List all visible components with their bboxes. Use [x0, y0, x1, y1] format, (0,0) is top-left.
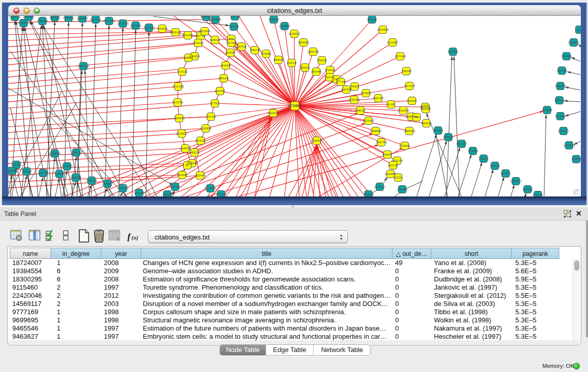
svg-text:11325419: 11325419	[289, 32, 300, 35]
svg-text:9457791: 9457791	[170, 185, 180, 188]
svg-text:16914479: 16914479	[194, 174, 206, 177]
svg-text:15276021: 15276021	[90, 18, 101, 21]
svg-text:8471676: 8471676	[500, 172, 511, 175]
svg-text:10120746: 10120746	[391, 159, 403, 162]
svg-text:252254: 252254	[394, 176, 403, 179]
svg-text:9313400: 9313400	[421, 107, 431, 111]
svg-text:19218506: 19218506	[279, 25, 290, 28]
svg-text:9463627: 9463627	[407, 99, 417, 102]
svg-text:2867608: 2867608	[236, 45, 247, 48]
svg-text:193144: 193144	[8, 169, 16, 172]
svg-text:8990448: 8990448	[311, 70, 321, 73]
svg-text:16671355: 16671355	[130, 24, 141, 27]
svg-text:9827503: 9827503	[195, 34, 206, 37]
svg-text:10688609: 10688609	[370, 129, 381, 133]
svg-text:15716485: 15716485	[205, 187, 216, 190]
svg-text:23226058: 23226058	[199, 30, 210, 33]
svg-text:14136141: 14136141	[374, 185, 385, 188]
svg-text:9242848: 9242848	[221, 64, 231, 67]
svg-text:62160: 62160	[387, 103, 395, 106]
svg-text:8813054: 8813054	[269, 18, 279, 21]
svg-text:7632621: 7632621	[490, 164, 500, 167]
svg-text:10853267: 10853267	[77, 17, 88, 20]
svg-text:17016504: 17016504	[563, 144, 575, 147]
svg-text:989961: 989961	[184, 56, 193, 59]
svg-text:16961758: 16961758	[308, 50, 319, 53]
svg-text:12505135: 12505135	[70, 176, 81, 179]
svg-text:25300275: 25300275	[268, 112, 279, 115]
svg-text:6497568: 6497568	[341, 88, 352, 91]
svg-text:9474444: 9474444	[468, 149, 478, 152]
svg-text:12055712: 12055712	[9, 16, 20, 18]
svg-text:8878332: 8878332	[195, 139, 206, 142]
svg-text:7955812: 7955812	[317, 59, 327, 62]
svg-text:9327508: 9327508	[226, 41, 236, 45]
svg-text:2718126: 2718126	[177, 70, 187, 73]
svg-text:546: 546	[229, 37, 234, 40]
svg-text:7357224: 7357224	[229, 25, 239, 28]
svg-text:6794028: 6794028	[325, 69, 335, 72]
svg-text:9227342: 9227342	[557, 69, 567, 72]
svg-text:10719155: 10719155	[117, 22, 128, 25]
svg-text:1621022: 1621022	[324, 76, 335, 79]
svg-text:20691406: 20691406	[23, 16, 34, 18]
svg-text:19861931: 19861931	[49, 16, 60, 19]
svg-text:16210643: 16210643	[555, 115, 566, 118]
svg-text:7984: 7984	[413, 116, 419, 119]
svg-text:1156829: 1156829	[21, 170, 31, 173]
svg-text:19756928: 19756928	[399, 144, 410, 147]
svg-text:16543382: 16543382	[192, 41, 204, 45]
svg-text:12213389: 12213389	[172, 85, 184, 88]
svg-text:9648784: 9648784	[448, 50, 458, 53]
svg-text:1167533: 1167533	[571, 158, 581, 161]
svg-text:19524851: 19524851	[385, 172, 396, 176]
svg-text:15720407: 15720407	[363, 119, 374, 122]
svg-text:20691406: 20691406	[37, 19, 48, 23]
svg-text:8912954: 8912954	[183, 34, 193, 37]
svg-text:12975115: 12975115	[404, 84, 415, 87]
svg-text:17957255: 17957255	[86, 179, 97, 182]
svg-text:10025438: 10025438	[398, 109, 409, 112]
svg-text:18724007: 18724007	[288, 104, 302, 107]
svg-text:7986322: 7986322	[355, 109, 365, 112]
svg-text:11353594: 11353594	[200, 127, 211, 130]
svg-text:10973493: 10973493	[395, 55, 406, 58]
svg-text:20053346: 20053346	[78, 64, 89, 68]
svg-text:1117: 1117	[577, 28, 581, 31]
svg-text:8267150: 8267150	[206, 115, 216, 118]
svg-text:1588520: 1588520	[273, 58, 284, 61]
svg-text:12213987: 12213987	[387, 41, 398, 44]
svg-text:16107553: 16107553	[172, 101, 183, 104]
svg-text:18640910: 18640910	[298, 41, 309, 44]
svg-text:19654923: 19654923	[404, 129, 415, 133]
svg-text:21061931: 21061931	[63, 16, 74, 19]
svg-text:19654925: 19654925	[173, 117, 185, 120]
svg-text:16046798: 16046798	[180, 147, 191, 150]
svg-text:9777169: 9777169	[336, 80, 346, 83]
svg-text:9245652: 9245652	[522, 188, 533, 191]
svg-text:2935114: 2935114	[478, 157, 488, 160]
svg-text:14055712: 14055712	[18, 21, 29, 25]
svg-text:17359924: 17359924	[71, 151, 82, 154]
svg-text:2942737: 2942737	[38, 171, 48, 174]
svg-text:1093238: 1093238	[162, 193, 172, 196]
svg-text:9245012: 9245012	[533, 193, 543, 196]
svg-text:2803144: 2803144	[219, 77, 229, 80]
svg-text:5934922: 5934922	[443, 136, 453, 139]
svg-text:1615132: 1615132	[388, 164, 398, 167]
svg-text:16053809: 16053809	[210, 18, 221, 21]
svg-text:7625402: 7625402	[177, 173, 187, 177]
svg-text:7563822: 7563822	[157, 27, 167, 30]
svg-text:20364456: 20364456	[349, 98, 360, 101]
svg-text:8322037: 8322037	[287, 61, 297, 64]
svg-text:75155246: 75155246	[143, 26, 155, 29]
svg-text:20975887: 20975887	[61, 165, 73, 168]
svg-text:1371645: 1371645	[216, 193, 226, 196]
svg-text:67661602: 67661602	[103, 19, 115, 23]
svg-text:18807249: 18807249	[376, 141, 387, 144]
svg-text:12923448: 12923448	[134, 191, 145, 194]
svg-text:7357224: 7357224	[230, 16, 240, 18]
svg-text:16782759: 16782759	[117, 187, 128, 190]
svg-text:3875685: 3875685	[225, 51, 235, 54]
svg-text:187: 187	[185, 164, 190, 167]
